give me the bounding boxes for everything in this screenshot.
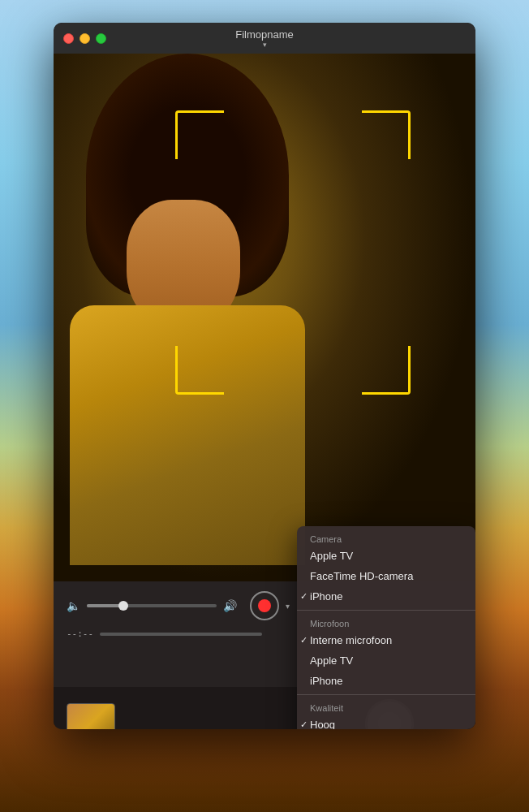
quality-high-checkmark: ✓	[300, 719, 308, 729]
window-title: Filmopname	[235, 28, 294, 41]
camera-option-facetime[interactable]: FaceTime HD-camera	[297, 566, 475, 586]
quality-section-header: Kwaliteit	[297, 698, 475, 715]
record-dropdown-arrow[interactable]: ▾	[286, 602, 290, 611]
camera-viewfinder	[54, 54, 475, 581]
focus-bracket-top-left	[175, 110, 224, 159]
subject-jacket	[70, 305, 305, 565]
record-dot	[258, 599, 271, 612]
mic-internal-checkmark: ✓	[300, 635, 308, 646]
volume-low-icon: 🔈	[67, 599, 80, 612]
progress-track[interactable]	[100, 633, 262, 636]
dropdown-menu: Camera Apple TV FaceTime HD-camera ✓ iPh…	[297, 526, 475, 729]
volume-high-icon: 🔊	[223, 599, 237, 612]
record-button[interactable]	[250, 591, 279, 620]
volume-slider[interactable]	[87, 604, 217, 607]
title-bar: Filmopname ▾	[54, 23, 475, 54]
mic-appletv-label: Apple TV	[310, 654, 353, 667]
mic-option-iphone[interactable]: iPhone	[297, 671, 475, 691]
quality-high-label: Hoog	[310, 719, 335, 729]
focus-bracket-bottom-left	[175, 346, 224, 395]
camera-appletv-label: Apple TV	[310, 550, 353, 562]
camera-iphone-checkmark: ✓	[300, 591, 308, 602]
window-subtitle-arrow: ▾	[263, 41, 267, 49]
mic-option-internal[interactable]: ✓ Interne microfoon	[297, 630, 475, 650]
mic-option-appletv[interactable]: Apple TV	[297, 650, 475, 671]
mic-iphone-label: iPhone	[310, 675, 342, 687]
camera-option-iphone[interactable]: ✓ iPhone	[297, 586, 475, 607]
camera-iphone-label: iPhone	[310, 590, 342, 603]
traffic-lights	[63, 33, 106, 44]
camera-subject	[54, 54, 475, 581]
divider-1	[297, 610, 475, 611]
thumbnail-preview[interactable]	[67, 703, 115, 729]
focus-bracket-top-right	[362, 110, 411, 159]
maximize-button[interactable]	[96, 33, 106, 44]
camera-facetime-label: FaceTime HD-camera	[310, 570, 413, 582]
volume-thumb[interactable]	[118, 601, 128, 611]
close-button[interactable]	[63, 33, 74, 44]
quality-option-high[interactable]: ✓ Hoog	[297, 715, 475, 729]
window-title-area: Filmopname ▾	[235, 28, 294, 49]
mic-internal-label: Interne microfoon	[310, 634, 392, 646]
divider-2	[297, 694, 475, 695]
camera-section-header: Camera	[297, 529, 475, 546]
camera-option-appletv[interactable]: Apple TV	[297, 546, 475, 566]
minimize-button[interactable]	[80, 33, 90, 44]
focus-bracket-bottom-right	[362, 346, 411, 395]
time-display: --:--	[67, 628, 93, 639]
microphone-section-header: Microfoon	[297, 614, 475, 630]
quicktime-window: Filmopname ▾ 🔈 🔊	[54, 23, 475, 729]
